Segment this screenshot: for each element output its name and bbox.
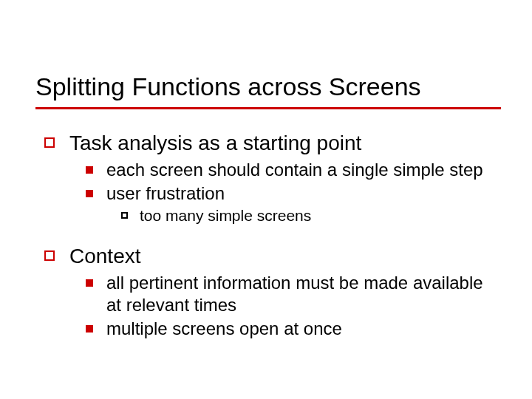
filled-square-bullet-icon: [86, 190, 93, 197]
outline-text: all pertinent information must be made a…: [106, 272, 502, 316]
hollow-square-small-bullet-icon: [121, 212, 128, 219]
spacer: [44, 231, 502, 239]
filled-square-bullet-icon: [86, 279, 93, 287]
title-underline: [35, 107, 501, 109]
hollow-square-bullet-icon: [44, 137, 55, 148]
outline-level3-group: too many simple screens: [121, 206, 502, 225]
hollow-square-bullet-icon: [44, 250, 55, 261]
outline-text: Context: [69, 243, 141, 269]
outline-level2-item: all pertinent information must be made a…: [86, 272, 502, 316]
outline-level2-item: user frustration: [86, 183, 502, 205]
outline-level2-group: each screen should contain a single simp…: [86, 159, 502, 225]
outline-text: Task analysis as a starting point: [69, 130, 361, 156]
slide: Splitting Functions across Screens Task …: [0, 0, 532, 399]
filled-square-bullet-icon: [86, 325, 93, 332]
outline-level1-item: Context: [44, 243, 502, 269]
outline-text: user frustration: [106, 183, 225, 205]
title-block: Splitting Functions across Screens: [35, 72, 510, 109]
outline-text: multiple screens open at once: [106, 318, 342, 340]
outline-text: too many simple screens: [140, 206, 311, 225]
outline-level3-item: too many simple screens: [121, 206, 502, 225]
outline-level2-group: all pertinent information must be made a…: [86, 272, 502, 340]
outline-level2-item: multiple screens open at once: [86, 318, 502, 340]
outline-text: each screen should contain a single simp…: [106, 159, 483, 181]
filled-square-bullet-icon: [86, 166, 93, 174]
outline-level2-item: each screen should contain a single simp…: [86, 159, 502, 181]
outline-level1-item: Task analysis as a starting point: [44, 130, 502, 156]
slide-title: Splitting Functions across Screens: [35, 72, 510, 106]
slide-body: Task analysis as a starting point each s…: [44, 126, 502, 343]
